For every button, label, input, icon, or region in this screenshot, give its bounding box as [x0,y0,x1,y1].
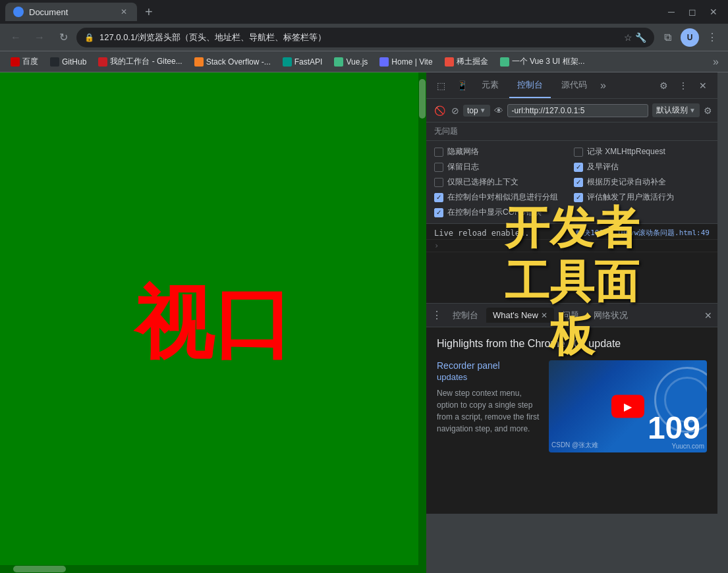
bookmark-stackoverflow[interactable]: Stack Overflow -... [189,55,276,69]
checkbox-cors-errors-label: 在控制台中显示CORS错误 [447,207,542,218]
context-selector[interactable]: top ▼ [463,105,490,117]
minimize-button[interactable]: ─ [662,3,681,21]
bookmark-vue3[interactable]: 一个 Vue 3 UI 框架... [495,53,590,70]
bottom-panel-dots-button[interactable]: ⋮ [432,309,442,321]
bottom-tab-network-status[interactable]: 网络状况 [587,307,634,324]
issues-bar: 无问题 [426,123,717,141]
checkbox-xmlhttp-box[interactable] [574,148,583,157]
devtools-bottom-panel: ⋮ 控制台 What's New ✕ 问题 网络状况 ✕ [426,303,717,514]
devtools-more-tabs-button[interactable]: » [598,80,609,92]
devtools-more-button[interactable]: ⋮ [674,76,692,95]
vue3-favicon [500,57,509,67]
browser-actions: ⧉ U ⋮ [657,27,723,48]
bookmark-vuejs-label: Vue.js [346,57,368,67]
webpage-content: 视口 [0,72,426,573]
console-log-link[interactable]: 解决100vh 100vw滚动条问题.html:49 [576,228,710,238]
youtube-play-icon: ▶ [624,400,632,413]
checkbox-eager-eval[interactable]: ✓ 及早评估 [574,161,710,173]
console-eye-button[interactable]: 👁 [494,105,503,116]
horizontal-scrollbar[interactable] [0,565,418,573]
devtools-tab-sources[interactable]: 源代码 [553,72,595,98]
extensions-button[interactable]: ⧉ [657,27,678,48]
extensions-icon[interactable]: 🔧 [635,32,646,43]
bookmark-gitee[interactable]: 我的工作台 - Gitee... [93,53,187,70]
devtools-toolbar: ⬚ 📱 元素 控制台 源代码 » ⚙ ⋮ ✕ [426,72,717,99]
tab-favicon [13,7,24,17]
context-dropdown-icon: ▼ [480,107,486,114]
log-level-selector[interactable]: 默认级别 ▼ [652,103,700,117]
title-bar: Document ✕ + ─ ◻ ✕ [0,0,728,24]
reload-button[interactable]: ↻ [53,27,74,48]
active-tab[interactable]: Document ✕ [5,3,137,21]
update-section-title[interactable]: Recorder panel [437,360,541,371]
address-bar: ← → ↻ 🔒 127.0.0.1/浏览器头部（页头、地址栏、导航栏、标签栏等）… [0,24,728,51]
checkbox-group-similar-label: 在控制台中对相似消息进行分组 [447,192,558,203]
bookmark-vite[interactable]: Home | Vite [374,55,437,69]
back-button[interactable]: ← [5,27,26,48]
devtools-inspect-button[interactable]: ⬚ [432,76,450,95]
update-section-subtitle[interactable]: updates [437,372,541,382]
console-checkboxes: 隐藏网络 记录 XMLHttpRequest 保留日志 ✓ 及早评估 仅限已选择… [426,141,717,224]
console-stop-button[interactable]: ⊘ [451,105,459,116]
checkbox-user-activation-box[interactable]: ✓ [574,193,583,202]
menu-button[interactable]: ⋮ [702,27,723,48]
checkbox-xmlhttp[interactable]: 记录 XMLHttpRequest [574,146,710,157]
bottom-tab-console[interactable]: 控制台 [446,307,485,324]
checkbox-selected-context[interactable]: 仅限已选择的上下文 [434,177,570,188]
scrollbar-thumb-horizontal[interactable] [13,566,66,572]
bookmark-vuejs[interactable]: Vue.js [329,55,373,69]
bottom-panel-close-button[interactable]: ✕ [704,310,712,321]
console-settings-button[interactable]: ⚙ [704,105,712,116]
main-content: 视口 ⬚ 📱 元素 控制台 [0,72,728,573]
checkbox-autocomplete[interactable]: ✓ 根据历史记录自动补全 [574,177,710,188]
checkbox-selected-context-box[interactable] [434,178,443,187]
checkbox-autocomplete-box[interactable]: ✓ [574,178,583,187]
bookmark-github[interactable]: GitHub [45,55,92,69]
update-thumbnail[interactable]: ▶ 109 Yuucn.com CSDN @张太难 [549,360,707,452]
checkbox-preserve-log-box[interactable] [434,163,443,172]
devtools-tab-elements[interactable]: 元素 [474,72,507,98]
console-filter-input[interactable]: -url:http://127.0.0.1:5 [507,104,649,117]
bookmark-juejin[interactable]: 稀土掘金 [439,53,493,70]
devtools-device-button[interactable]: 📱 [453,76,471,95]
profile-button[interactable]: U [679,27,700,48]
vite-favicon [379,57,389,67]
lock-icon: 🔒 [84,33,94,42]
bottom-tab-issues[interactable]: 问题 [555,307,586,324]
console-clear-button[interactable]: 🚫 [432,103,447,119]
tab-close-button[interactable]: ✕ [119,7,129,17]
bookmark-star-icon[interactable]: ☆ [624,32,632,43]
devtools-close-button[interactable]: ✕ [694,76,712,95]
whats-new-tab-close-button[interactable]: ✕ [541,311,547,320]
checkbox-hide-network-box[interactable] [434,148,443,157]
devtools-toolbar-right: ⚙ ⋮ ✕ [654,76,712,95]
checkbox-cors-errors-box[interactable]: ✓ [434,208,443,217]
checkbox-group-similar-box[interactable]: ✓ [434,193,443,202]
scrollbar-thumb-vertical[interactable] [419,79,426,119]
omnibox[interactable]: 🔒 127.0.0.1/浏览器头部（页头、地址栏、导航栏、标签栏等） ☆ 🔧 [76,28,654,47]
checkbox-cors-errors[interactable]: ✓ 在控制台中显示CORS错误 [434,207,570,218]
forward-button[interactable]: → [29,27,50,48]
bottom-tab-whats-new[interactable]: What's New ✕ [486,308,554,323]
update-description: New step context menu, option to copy a … [437,387,541,435]
new-tab-button[interactable]: + [142,2,155,22]
bookmarks-more-button[interactable]: » [709,53,723,70]
checkbox-eager-eval-box[interactable]: ✓ [574,163,583,172]
console-log-text: Live reload enabled. [434,229,530,238]
devtools-bottom-tabs: ⋮ 控制台 What's New ✕ 问题 网络状况 ✕ [426,304,717,327]
devtools-settings-button[interactable]: ⚙ [654,76,673,95]
youtube-play-button[interactable]: ▶ [611,395,644,418]
checkbox-preserve-log[interactable]: 保留日志 [434,161,570,173]
profile-avatar: U [681,28,699,47]
checkbox-hide-network[interactable]: 隐藏网络 [434,146,570,157]
checkbox-user-activation[interactable]: ✓ 评估触发了用户激活行为 [574,192,710,203]
devtools-tab-console[interactable]: 控制台 [509,72,551,98]
close-button[interactable]: ✕ [704,3,723,21]
vertical-scrollbar[interactable] [418,72,426,573]
restore-button[interactable]: ◻ [683,3,702,21]
log-level-dropdown-icon: ▼ [689,107,696,114]
bookmark-fastapi[interactable]: FastAPI [277,55,328,69]
bookmark-baidu[interactable]: 百度 [5,53,43,70]
bookmark-stackoverflow-label: Stack Overflow -... [206,57,271,67]
checkbox-group-similar[interactable]: ✓ 在控制台中对相似消息进行分组 [434,192,570,203]
